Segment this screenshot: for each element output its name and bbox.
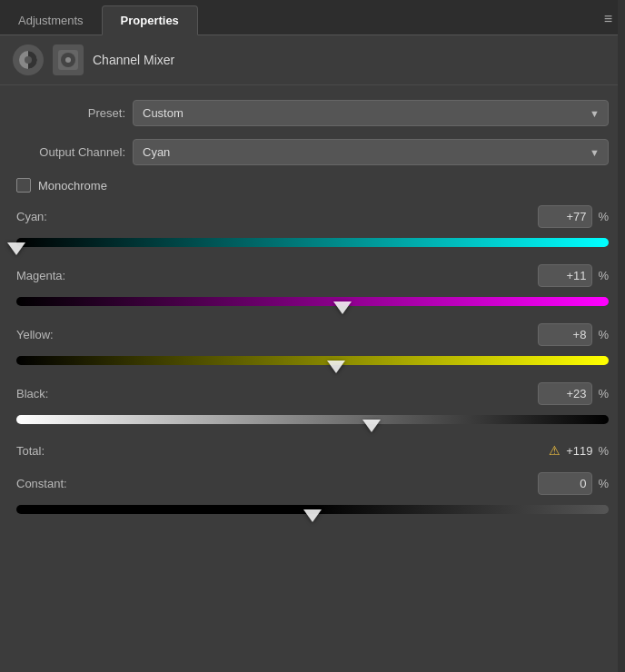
output-channel-select-wrapper: Cyan Magenta Yellow Black ▼ (133, 139, 609, 165)
constant-track-container[interactable] (16, 500, 609, 519)
warning-icon: ⚠ (549, 443, 561, 458)
constant-slider-right: % (538, 472, 609, 495)
preset-row: Preset: Custom Default ▼ (16, 100, 609, 126)
panel-title: Channel Mixer (93, 53, 174, 67)
black-track (16, 415, 609, 424)
black-slider-right: % (538, 382, 609, 405)
magenta-track-container[interactable] (16, 292, 609, 311)
monochrome-checkbox[interactable] (16, 178, 31, 193)
preset-select[interactable]: Custom Default (133, 100, 609, 126)
tab-bar: Adjustments Properties ≡ (0, 0, 625, 35)
total-label: Total: (16, 444, 45, 458)
constant-slider-section: Constant: % (16, 472, 609, 519)
black-track-container[interactable] (16, 410, 609, 429)
output-channel-select[interactable]: Cyan Magenta Yellow Black (133, 139, 609, 165)
total-right: ⚠ +119 % (549, 443, 609, 458)
monochrome-row: Monochrome (16, 178, 609, 193)
cyan-thumb[interactable] (7, 242, 25, 255)
tab-adjustments[interactable]: Adjustments (0, 6, 102, 35)
cyan-label: Cyan: (16, 210, 47, 223)
header-row: Channel Mixer (0, 35, 625, 85)
cyan-track (16, 238, 609, 247)
black-input[interactable] (538, 382, 592, 405)
magenta-label: Magenta: (16, 269, 65, 282)
black-pct: % (598, 387, 609, 400)
output-channel-row: Output Channel: Cyan Magenta Yellow Blac… (16, 139, 609, 165)
output-channel-label: Output Channel: (16, 145, 125, 159)
preset-select-wrapper: Custom Default ▼ (133, 100, 609, 126)
total-value: +119 (566, 444, 592, 458)
yellow-pct: % (598, 328, 609, 341)
constant-thumb[interactable] (303, 509, 322, 522)
cyan-slider-section: Cyan: % (16, 205, 609, 252)
yellow-input[interactable] (538, 323, 592, 346)
yellow-thumb[interactable] (327, 361, 345, 373)
svg-point-1 (25, 56, 32, 64)
total-pct: % (598, 444, 609, 458)
yellow-slider-section: Yellow: % (16, 323, 609, 370)
black-slider-header: Black: % (16, 382, 609, 405)
magenta-slider-header: Magenta: % (16, 264, 609, 287)
yellow-label: Yellow: (16, 328, 54, 341)
yellow-track-container[interactable] (16, 351, 609, 370)
yellow-slider-right: % (538, 323, 609, 346)
channel-mixer-icon-1 (13, 44, 44, 75)
yellow-track (16, 356, 609, 365)
black-thumb[interactable] (362, 420, 381, 432)
constant-input[interactable] (538, 472, 592, 495)
cyan-slider-right: % (538, 205, 609, 228)
constant-pct: % (598, 477, 609, 490)
panel: Adjustments Properties ≡ Channel Mixer P… (0, 0, 625, 672)
content-area: Preset: Custom Default ▼ Output Channel:… (0, 85, 625, 672)
cyan-pct: % (598, 210, 609, 223)
preset-label: Preset: (16, 106, 125, 120)
constant-label: Constant: (16, 477, 67, 490)
magenta-pct: % (598, 269, 609, 282)
black-slider-section: Black: % (16, 382, 609, 429)
monochrome-label: Monochrome (38, 179, 107, 193)
channel-mixer-icon-2 (53, 44, 84, 75)
magenta-track (16, 297, 609, 306)
total-row: Total: ⚠ +119 % (16, 441, 609, 460)
cyan-track-container[interactable] (16, 233, 609, 252)
magenta-input[interactable] (538, 264, 592, 287)
scrollbar[interactable] (618, 0, 625, 672)
yellow-slider-header: Yellow: % (16, 323, 609, 346)
svg-point-4 (65, 57, 71, 63)
cyan-slider-header: Cyan: % (16, 205, 609, 228)
magenta-slider-section: Magenta: % (16, 264, 609, 311)
constant-slider-header: Constant: % (16, 472, 609, 495)
black-label: Black: (16, 387, 48, 400)
tab-properties[interactable]: Properties (102, 5, 198, 35)
magenta-slider-right: % (538, 264, 609, 287)
cyan-input[interactable] (538, 205, 592, 228)
magenta-thumb[interactable] (333, 301, 352, 314)
